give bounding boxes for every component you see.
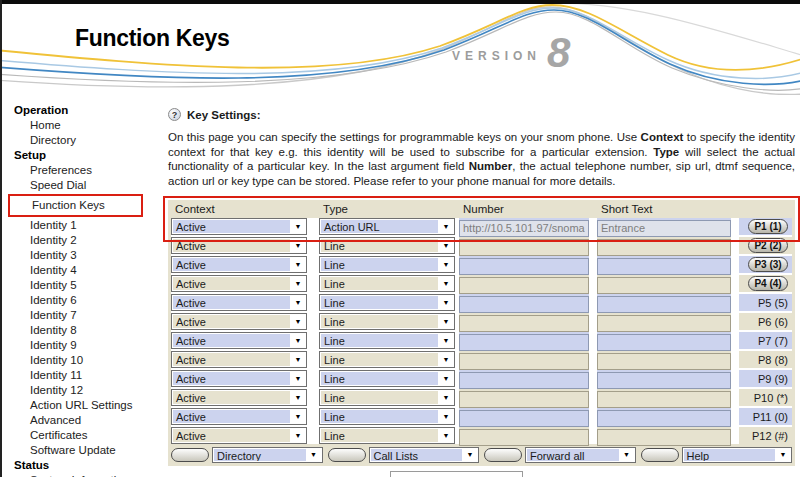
context-select-value: Active (173, 334, 290, 347)
sidebar-item-identity-10[interactable]: Identity 10 (0, 353, 165, 368)
footer-key-button-forward-all[interactable] (484, 448, 522, 462)
sidebar-item-identity-3[interactable]: Identity 3 (0, 248, 165, 263)
footer-select-directory[interactable]: Directory▼ (212, 447, 323, 463)
sidebar-item-identity-1[interactable]: Identity 1 (0, 218, 165, 233)
number-input[interactable] (459, 296, 589, 313)
key-button-p2-2[interactable]: P2 (2) (748, 238, 788, 253)
sidebar-item-certificates[interactable]: Certificates (0, 428, 165, 443)
version-badge: VERSION 8 (452, 36, 570, 70)
sidebar-item-advanced[interactable]: Advanced (0, 413, 165, 428)
context-select-value: Active (173, 372, 290, 385)
type-select[interactable]: Line▼ (319, 332, 455, 349)
type-select[interactable]: Line▼ (319, 256, 455, 273)
sidebar-item-home[interactable]: Home (0, 118, 165, 133)
sidebar-item-identity-4[interactable]: Identity 4 (0, 263, 165, 278)
number-input[interactable] (459, 239, 589, 256)
short-text-input[interactable] (597, 334, 731, 351)
page-header: Function Keys VERSION 8 (0, 0, 800, 95)
short-text-input[interactable] (597, 239, 731, 256)
section-title: Key Settings: (187, 109, 261, 121)
key-label-p5-5: P5 (5) (758, 297, 788, 309)
key-button-p3-3[interactable]: P3 (3) (748, 257, 788, 272)
footer-select-call-lists[interactable]: Call Lists▼ (369, 447, 480, 463)
sidebar-item-identity-11[interactable]: Identity 11 (0, 368, 165, 383)
footer-select-help[interactable]: Help▼ (682, 447, 793, 463)
key-row-1: Active▼Action URL▼P1 (1) (171, 218, 792, 235)
sidebar-item-speed-dial[interactable]: Speed Dial (0, 178, 165, 193)
footer-select-forward-all[interactable]: Forward all▼ (525, 447, 636, 463)
number-input[interactable] (459, 277, 589, 294)
key-button-p4-4[interactable]: P4 (4) (748, 276, 788, 291)
context-select[interactable]: Active▼ (171, 408, 307, 425)
dropdown-arrow-icon: ▼ (438, 371, 454, 386)
short-text-input[interactable] (597, 372, 731, 389)
sidebar-item-identity-2[interactable]: Identity 2 (0, 233, 165, 248)
context-select[interactable]: Active▼ (171, 427, 307, 444)
type-select[interactable]: Line▼ (319, 370, 455, 387)
type-select[interactable]: Line▼ (319, 351, 455, 368)
number-input[interactable] (459, 334, 589, 351)
footer-key-button-help[interactable] (641, 448, 679, 462)
number-input[interactable] (459, 353, 589, 370)
sidebar-item-identity-7[interactable]: Identity 7 (0, 308, 165, 323)
footer-key-button-directory[interactable] (171, 448, 209, 462)
short-text-input[interactable] (597, 353, 731, 370)
sidebar-item-system-information[interactable]: System Information (0, 473, 165, 477)
number-input[interactable] (459, 372, 589, 389)
key-row-11: Active▼Line▼P11 (0) (171, 408, 792, 425)
short-text-input[interactable] (597, 410, 731, 427)
short-text-input[interactable] (597, 296, 731, 313)
short-text-input[interactable] (597, 277, 731, 294)
number-input[interactable] (459, 315, 589, 332)
context-select[interactable]: Active▼ (171, 237, 307, 254)
number-input[interactable] (459, 410, 589, 427)
context-select[interactable]: Active▼ (171, 294, 307, 311)
sidebar-item-identity-12[interactable]: Identity 12 (0, 383, 165, 398)
dropdown-arrow-icon: ▼ (290, 314, 306, 329)
context-select[interactable]: Active▼ (171, 370, 307, 387)
short-text-input[interactable] (597, 220, 731, 237)
type-select[interactable]: Line▼ (319, 294, 455, 311)
sidebar-item-preferences[interactable]: Preferences (0, 163, 165, 178)
dropdown-arrow-icon: ▼ (290, 276, 306, 291)
short-text-input[interactable] (597, 315, 731, 332)
partial-bottom-input[interactable] (390, 471, 523, 477)
type-select-value: Line (321, 391, 438, 404)
number-input[interactable] (459, 391, 589, 408)
sidebar-item-identity-9[interactable]: Identity 9 (0, 338, 165, 353)
type-select[interactable]: Line▼ (319, 313, 455, 330)
short-text-input[interactable] (597, 258, 731, 275)
number-input[interactable] (459, 220, 589, 237)
context-select[interactable]: Active▼ (171, 332, 307, 349)
key-row-2: Active▼Line▼P2 (2) (171, 237, 792, 254)
sidebar-item-function-keys[interactable]: Function Keys (8, 194, 143, 217)
context-select[interactable]: Active▼ (171, 275, 307, 292)
type-select[interactable]: Line▼ (319, 389, 455, 406)
context-select[interactable]: Active▼ (171, 218, 307, 235)
type-select[interactable]: Line▼ (319, 237, 455, 254)
sidebar-item-identity-6[interactable]: Identity 6 (0, 293, 165, 308)
footer-key-button-call-lists[interactable] (328, 448, 366, 462)
context-select[interactable]: Active▼ (171, 389, 307, 406)
type-select[interactable]: Line▼ (319, 427, 455, 444)
context-select[interactable]: Active▼ (171, 313, 307, 330)
sidebar-item-software-update[interactable]: Software Update (0, 443, 165, 458)
help-icon[interactable]: ? (168, 108, 181, 121)
type-select[interactable]: Line▼ (319, 275, 455, 292)
sidebar-item-identity-8[interactable]: Identity 8 (0, 323, 165, 338)
sidebar-item-directory[interactable]: Directory (0, 133, 165, 148)
number-input[interactable] (459, 258, 589, 275)
number-input[interactable] (459, 429, 589, 446)
sidebar-item-identity-5[interactable]: Identity 5 (0, 278, 165, 293)
short-text-input[interactable] (597, 391, 731, 408)
context-select[interactable]: Active▼ (171, 256, 307, 273)
context-select[interactable]: Active▼ (171, 351, 307, 368)
type-select[interactable]: Action URL▼ (319, 218, 455, 235)
key-button-p1-1[interactable]: P1 (1) (748, 219, 788, 234)
short-text-input[interactable] (597, 429, 731, 446)
sidebar-section-setup: Setup (0, 148, 165, 163)
dropdown-arrow-icon: ▼ (438, 409, 454, 424)
sidebar-item-action-url-settings[interactable]: Action URL Settings (0, 398, 165, 413)
type-select[interactable]: Line▼ (319, 408, 455, 425)
key-label-p8-8: P8 (8) (758, 354, 788, 366)
